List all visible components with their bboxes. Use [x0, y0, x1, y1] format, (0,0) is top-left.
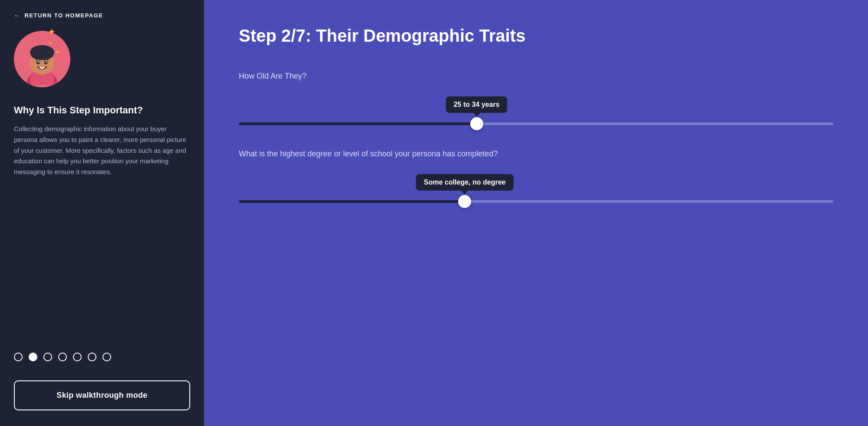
education-question-section: What is the highest degree or level of s… [239, 149, 833, 203]
sparkle-small-icon: ✦ [48, 40, 60, 46]
edu-tooltip: Some college, no degree [416, 174, 514, 191]
sparkle-medium-icon: ✦ [55, 48, 60, 56]
sidebar: ← RETURN TO HOMEPAGE [0, 0, 204, 426]
progress-indicator [0, 342, 204, 372]
progress-dot-3 [43, 353, 52, 361]
skip-button-container: Skip walkthrough mode [0, 372, 204, 426]
main-content: Step 2/7: Their Demographic Traits How O… [204, 0, 868, 426]
why-text: Collecting demographic information about… [14, 124, 190, 178]
age-question-label: How Old Are They? [239, 72, 833, 81]
progress-dot-2 [29, 353, 37, 361]
progress-dot-4 [58, 353, 67, 361]
progress-dot-7 [102, 353, 111, 361]
svg-point-10 [46, 62, 47, 63]
why-title: Why Is This Step Important? [14, 105, 190, 116]
sparkle-large-icon: ✦ [48, 26, 60, 38]
age-question-section: How Old Are They? 25 to 34 years [239, 72, 833, 125]
education-question-label: What is the highest degree or level of s… [239, 149, 833, 159]
edu-slider-track [239, 200, 833, 203]
progress-dot-6 [88, 353, 96, 361]
age-tooltip: 25 to 34 years [446, 96, 508, 113]
age-slider-track [239, 122, 833, 125]
return-nav[interactable]: ← RETURN TO HOMEPAGE [0, 0, 204, 31]
back-arrow-icon: ← [14, 12, 20, 19]
sparkles-decoration: ✦ ✦ ✦ [48, 26, 60, 56]
progress-dot-5 [73, 353, 82, 361]
progress-dot-1 [14, 353, 23, 361]
avatar [14, 31, 70, 87]
age-slider-wrapper: 25 to 34 years [239, 96, 833, 125]
svg-point-9 [38, 62, 40, 63]
skip-walkthrough-button[interactable]: Skip walkthrough mode [14, 380, 190, 410]
edu-slider-wrapper: Some college, no degree [239, 174, 833, 203]
sidebar-info: Why Is This Step Important? Collecting d… [0, 98, 204, 342]
avatar-section: ✦ ✦ ✦ [0, 31, 204, 98]
step-title: Step 2/7: Their Demographic Traits [239, 26, 833, 46]
return-label: RETURN TO HOMEPAGE [25, 12, 103, 19]
